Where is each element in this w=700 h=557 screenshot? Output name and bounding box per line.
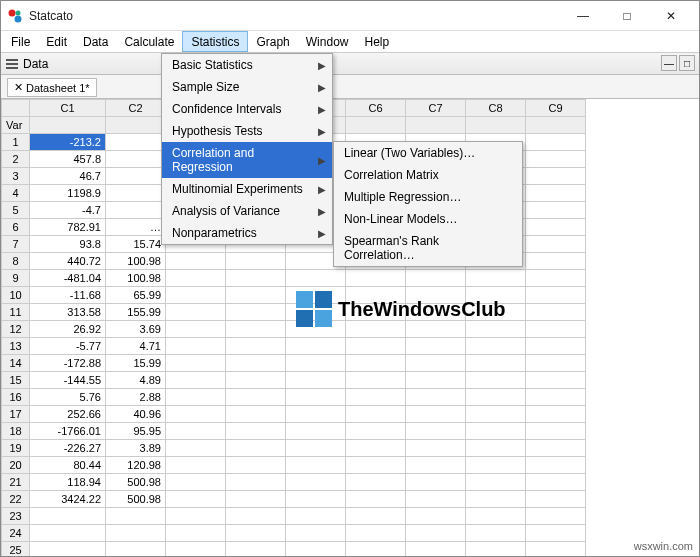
menu-edit[interactable]: Edit [38,31,75,52]
cell[interactable]: 26.92 [30,321,106,338]
cell[interactable] [166,270,226,287]
cell[interactable]: … [106,219,166,236]
cell[interactable] [526,151,586,168]
cell[interactable] [106,134,166,151]
cell[interactable] [526,219,586,236]
cell[interactable] [346,423,406,440]
cell[interactable] [166,355,226,372]
menu-item[interactable]: Analysis of Variance▶ [162,200,332,222]
cell[interactable] [526,457,586,474]
cell[interactable] [526,270,586,287]
cell[interactable] [286,474,346,491]
cell[interactable] [526,542,586,557]
cell[interactable] [166,508,226,525]
cell[interactable] [526,440,586,457]
row-header[interactable]: 17 [2,406,30,423]
cell[interactable] [226,321,286,338]
cell[interactable] [466,440,526,457]
row-header[interactable]: 16 [2,389,30,406]
cell[interactable] [166,253,226,270]
cell[interactable] [226,423,286,440]
menu-item[interactable]: Multinomial Experiments▶ [162,178,332,200]
menu-item[interactable]: Basic Statistics▶ [162,54,332,76]
cell[interactable] [526,134,586,151]
cell[interactable] [30,508,106,525]
cell[interactable] [526,423,586,440]
cell[interactable] [106,185,166,202]
cell[interactable] [226,338,286,355]
cell[interactable] [346,474,406,491]
cell[interactable]: 93.8 [30,236,106,253]
menu-data[interactable]: Data [75,31,116,52]
cell[interactable] [226,372,286,389]
cell[interactable] [526,491,586,508]
cell[interactable] [106,508,166,525]
cell[interactable]: 15.74 [106,236,166,253]
cell[interactable] [406,406,466,423]
cell[interactable] [466,457,526,474]
cell[interactable]: -5.77 [30,338,106,355]
cell[interactable] [406,491,466,508]
grid-corner[interactable] [2,100,30,117]
menu-graph[interactable]: Graph [248,31,297,52]
cell[interactable] [526,508,586,525]
cell[interactable] [526,372,586,389]
cell[interactable] [106,525,166,542]
cell[interactable] [226,508,286,525]
cell[interactable] [526,525,586,542]
cell[interactable] [346,355,406,372]
cell[interactable] [166,389,226,406]
cell[interactable] [406,338,466,355]
cell[interactable]: 500.98 [106,474,166,491]
cell[interactable] [406,372,466,389]
cell[interactable] [166,491,226,508]
cell[interactable]: 120.98 [106,457,166,474]
menu-help[interactable]: Help [356,31,397,52]
row-header[interactable]: 18 [2,423,30,440]
cell[interactable]: 40.96 [106,406,166,423]
cell[interactable] [286,423,346,440]
var-cell[interactable] [526,117,586,134]
row-header[interactable]: 22 [2,491,30,508]
cell[interactable] [526,304,586,321]
cell[interactable]: 440.72 [30,253,106,270]
cell[interactable] [406,423,466,440]
cell[interactable] [166,304,226,321]
row-header[interactable]: 7 [2,236,30,253]
cell[interactable] [226,253,286,270]
cell[interactable] [526,406,586,423]
var-cell[interactable] [406,117,466,134]
cell[interactable] [346,457,406,474]
cell[interactable] [466,321,526,338]
cell[interactable] [526,338,586,355]
row-header[interactable]: 11 [2,304,30,321]
cell[interactable] [346,440,406,457]
row-header[interactable]: 12 [2,321,30,338]
cell[interactable] [226,287,286,304]
cell[interactable]: -481.04 [30,270,106,287]
menu-item[interactable]: Hypothesis Tests▶ [162,120,332,142]
cell[interactable] [466,338,526,355]
cell[interactable] [226,457,286,474]
cell[interactable] [406,270,466,287]
row-header[interactable]: 1 [2,134,30,151]
cell[interactable] [286,440,346,457]
cell[interactable]: 3424.22 [30,491,106,508]
cell[interactable] [406,389,466,406]
cell[interactable] [166,338,226,355]
cell[interactable] [406,304,466,321]
cell[interactable] [526,202,586,219]
row-header[interactable]: 24 [2,525,30,542]
cell[interactable] [346,508,406,525]
cell[interactable] [526,253,586,270]
panel-minimize-icon[interactable]: — [661,55,677,71]
cell[interactable] [466,474,526,491]
cell[interactable] [346,338,406,355]
row-header[interactable]: 4 [2,185,30,202]
row-header[interactable]: 25 [2,542,30,557]
row-header[interactable]: 14 [2,355,30,372]
cell[interactable] [286,338,346,355]
cell[interactable] [226,270,286,287]
cell[interactable] [226,355,286,372]
cell[interactable]: 313.58 [30,304,106,321]
